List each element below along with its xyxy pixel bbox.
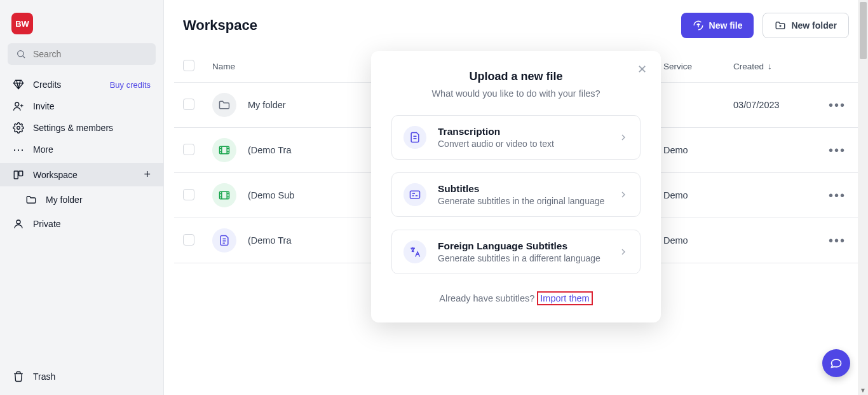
option-subtitles[interactable]: Subtitles Generate subtitles in the orig… xyxy=(391,172,641,217)
svg-point-3 xyxy=(17,127,20,130)
chevron-right-icon xyxy=(618,190,628,200)
row-checkbox[interactable] xyxy=(183,99,194,110)
trash-icon xyxy=(13,371,24,382)
row-checkbox[interactable] xyxy=(183,144,194,155)
row-more-button[interactable]: ••• xyxy=(829,98,846,112)
opt-desc: Generate subtitles in a different langua… xyxy=(438,253,600,263)
file-name: (Demo Tra xyxy=(248,235,292,246)
sidebar-item-private[interactable]: Private xyxy=(8,213,156,235)
cell-service xyxy=(654,83,724,128)
private-label: Private xyxy=(33,219,61,229)
new-file-label: New file xyxy=(709,20,743,31)
svg-point-0 xyxy=(18,51,24,57)
option-transcription[interactable]: Transcription Convert audio or video to … xyxy=(391,115,641,160)
file-name: (Demo Sub xyxy=(248,190,294,200)
cell-created xyxy=(724,128,820,173)
sidebar-item-more[interactable]: ⋯ More xyxy=(8,139,156,160)
file-name: My folder xyxy=(248,100,286,110)
col-service[interactable]: Service xyxy=(654,51,724,83)
import-link[interactable]: Import them xyxy=(537,291,592,305)
translate-icon xyxy=(403,240,426,263)
sidebar-item-settings[interactable]: Settings & members xyxy=(8,117,156,139)
col-created[interactable]: Created↓ xyxy=(724,51,820,83)
svg-rect-7 xyxy=(220,146,229,154)
sidebar-item-credits[interactable]: Credits Buy credits xyxy=(8,74,156,95)
my-folder-label: My folder xyxy=(46,195,83,205)
credits-label: Credits xyxy=(33,80,61,90)
sort-desc-icon: ↓ xyxy=(768,62,772,71)
row-more-button[interactable]: ••• xyxy=(829,143,846,157)
more-label: More xyxy=(33,144,53,155)
opt-title: Subtitles xyxy=(438,183,604,195)
upload-modal: ✕ Upload a new file What would you like … xyxy=(371,51,661,322)
new-file-button[interactable]: New file xyxy=(681,13,754,38)
modal-title: Upload a new file xyxy=(391,70,641,83)
scrollbar[interactable]: ▼ xyxy=(858,0,868,395)
svg-rect-5 xyxy=(19,171,23,176)
document-icon xyxy=(212,228,236,253)
sidebar-item-my-folder[interactable]: My folder xyxy=(8,189,156,211)
main: Workspace New file New folder xyxy=(164,0,868,395)
cell-service: Demo xyxy=(654,218,724,263)
chevron-right-icon xyxy=(618,132,628,142)
footer-text: Already have subtitles? xyxy=(439,293,537,303)
row-checkbox[interactable] xyxy=(183,189,194,200)
diamond-icon xyxy=(13,79,24,90)
dots-icon: ⋯ xyxy=(13,144,24,155)
new-folder-button[interactable]: New folder xyxy=(763,13,849,38)
opt-title: Transcription xyxy=(438,126,554,137)
scroll-down-icon[interactable]: ▼ xyxy=(858,385,868,395)
lock-icon xyxy=(13,218,24,230)
search-box[interactable] xyxy=(8,43,156,65)
video-icon xyxy=(212,183,236,207)
trash-label: Trash xyxy=(33,371,55,382)
add-folder-button[interactable]: + xyxy=(144,168,151,181)
sidebar-item-trash[interactable]: Trash xyxy=(8,366,156,387)
settings-label: Settings & members xyxy=(33,123,113,133)
row-more-button[interactable]: ••• xyxy=(829,233,846,247)
avatar[interactable]: BW xyxy=(11,13,33,34)
document-icon xyxy=(403,126,426,149)
workspace-icon xyxy=(13,169,24,181)
subtitle-icon xyxy=(403,183,426,206)
invite-label: Invite xyxy=(33,101,54,111)
folder-icon xyxy=(25,194,37,205)
sidebar-item-invite[interactable]: Invite xyxy=(8,95,156,117)
video-icon xyxy=(212,138,236,162)
user-plus-icon xyxy=(13,100,24,112)
cell-created xyxy=(724,218,820,263)
folder-icon xyxy=(212,93,236,117)
cell-service: Demo xyxy=(654,173,724,218)
svg-rect-9 xyxy=(410,191,420,198)
modal-subtitle: What would you like to do with your file… xyxy=(391,88,641,99)
opt-desc: Convert audio or video to text xyxy=(438,139,554,149)
option-foreign-subtitles[interactable]: Foreign Language Subtitles Generate subt… xyxy=(391,230,641,274)
folder-plus-icon xyxy=(775,20,786,31)
scrollbar-thumb[interactable] xyxy=(860,2,867,59)
svg-point-6 xyxy=(17,220,20,224)
new-folder-label: New folder xyxy=(791,20,837,31)
svg-line-1 xyxy=(23,56,25,58)
svg-rect-4 xyxy=(14,171,18,179)
page-title: Workspace xyxy=(183,17,257,34)
help-button[interactable] xyxy=(822,349,850,377)
gear-icon xyxy=(13,122,24,134)
svg-point-2 xyxy=(15,102,19,106)
row-checkbox[interactable] xyxy=(183,234,194,246)
search-icon xyxy=(15,48,27,60)
buy-credits-link[interactable]: Buy credits xyxy=(110,80,151,90)
sidebar-item-workspace[interactable]: Workspace + xyxy=(0,163,163,186)
file-name: (Demo Tra xyxy=(248,145,292,155)
opt-desc: Generate subtitles in the original langu… xyxy=(438,196,604,206)
close-button[interactable]: ✕ xyxy=(637,62,647,76)
search-input[interactable] xyxy=(33,49,148,59)
svg-rect-8 xyxy=(220,191,229,199)
cell-created: 03/07/2023 xyxy=(724,83,820,128)
row-more-button[interactable]: ••• xyxy=(829,188,846,202)
opt-title: Foreign Language Subtitles xyxy=(438,240,600,252)
select-all-checkbox[interactable] xyxy=(183,60,194,71)
workspace-label: Workspace xyxy=(33,170,78,180)
chevron-right-icon xyxy=(618,247,628,257)
cell-service: Demo xyxy=(654,128,724,173)
upload-icon xyxy=(693,20,704,31)
